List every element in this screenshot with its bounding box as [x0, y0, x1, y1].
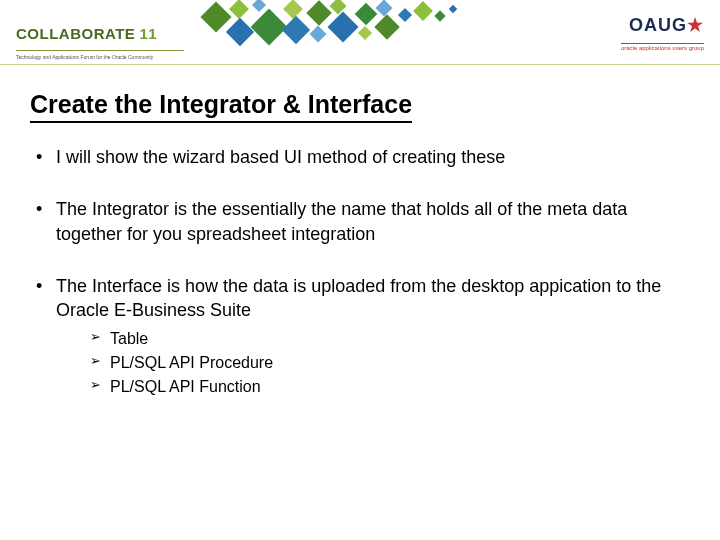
sub-bullet-item: PL/SQL API Function [90, 376, 690, 398]
bullet-item: The Interface is how the data is uploade… [30, 274, 690, 397]
pixel-square [251, 9, 288, 46]
bullet-text: The Interface is how the data is uploade… [56, 276, 661, 320]
pixel-square [358, 26, 372, 40]
star-icon: ★ [687, 15, 704, 35]
sub-bullet-item: Table [90, 328, 690, 350]
pixel-square [282, 16, 310, 44]
pixel-decoration [190, 0, 490, 65]
pixel-square [306, 0, 331, 25]
oaug-logo: OAUG★ oracle applications users group [621, 14, 704, 54]
bullet-item: I will show the wizard based UI method o… [30, 145, 690, 169]
pixel-square [434, 10, 445, 21]
slide-header: COLLABORATE 11 Technology and Applicatio… [0, 0, 720, 70]
pixel-square [376, 0, 393, 16]
collaborate-logo: COLLABORATE 11 Technology and Applicatio… [16, 16, 184, 51]
slide-content: Create the Integrator & Interface I will… [30, 90, 690, 425]
header-rule [0, 64, 720, 65]
pixel-square [327, 11, 358, 42]
oaug-sub: oracle applications users group [621, 43, 704, 51]
pixel-square [252, 0, 266, 12]
pixel-square [374, 14, 399, 39]
collab-tagline: Technology and Applications Forum for th… [16, 54, 153, 60]
sub-bullet-item: PL/SQL API Procedure [90, 352, 690, 374]
collab-word: COLLABORATE [16, 25, 135, 42]
pixel-square [355, 3, 378, 26]
pixel-square [310, 26, 327, 43]
pixel-square [283, 0, 303, 19]
oaug-text: OAUG [629, 15, 687, 35]
pixel-square [229, 0, 249, 19]
bullet-text: The Integrator is the essentially the na… [56, 199, 627, 243]
pixel-square [413, 1, 433, 21]
pixel-square [226, 18, 254, 46]
collab-year: 11 [139, 25, 157, 42]
slide-title: Create the Integrator & Interface [30, 90, 412, 123]
pixel-square [200, 1, 231, 32]
pixel-square [398, 8, 412, 22]
bullet-list: I will show the wizard based UI method o… [30, 145, 690, 397]
pixel-square [449, 5, 457, 13]
oaug-main: OAUG★ [621, 14, 704, 36]
sub-bullet-list: TablePL/SQL API ProcedurePL/SQL API Func… [90, 328, 690, 397]
bullet-item: The Integrator is the essentially the na… [30, 197, 690, 246]
bullet-text: I will show the wizard based UI method o… [56, 147, 505, 167]
